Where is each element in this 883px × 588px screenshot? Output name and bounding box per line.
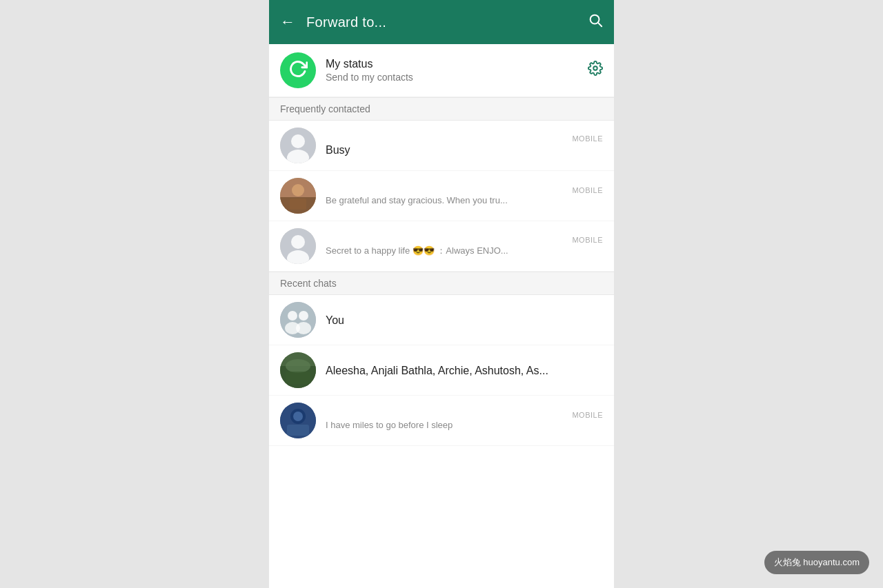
search-icon[interactable]	[588, 12, 603, 32]
svg-point-13	[280, 302, 316, 338]
frequently-contacted-header: Frequently contacted	[269, 97, 614, 121]
contact-info-3: MOBILE Secret to a happy life 😎😎 ：Always…	[326, 236, 603, 257]
contact-info-group: Aleesha, Anjali Bathla, Archie, Ashutosh…	[326, 363, 603, 377]
mobile-label: MOBILE	[572, 134, 603, 143]
svg-rect-21	[286, 372, 310, 384]
contact-name: Aleesha, Anjali Bathla, Archie, Ashutosh…	[326, 365, 603, 377]
contact-row[interactable]: You	[269, 295, 614, 345]
contact-info-miles: MOBILE I have miles to go before I sleep	[326, 411, 603, 430]
contact-avatar-busy	[280, 128, 316, 163]
contact-info-you: You	[326, 313, 603, 327]
my-status-text: My status Send to my contacts	[326, 58, 588, 83]
mobile-label: MOBILE	[572, 411, 603, 419]
contact-status: Secret to a happy life 😎😎 ：Always ENJO..…	[326, 245, 603, 257]
back-button[interactable]: ←	[280, 14, 295, 30]
contact-row[interactable]: MOBILE Busy	[269, 121, 614, 171]
contact-avatar-group	[280, 352, 316, 388]
contact-avatar-3	[280, 228, 316, 264]
contact-row[interactable]: MOBILE I have miles to go before I sleep	[269, 396, 614, 446]
refresh-icon	[288, 59, 308, 81]
contact-status: Be grateful and stay gracious. When you …	[326, 195, 603, 205]
contact-row[interactable]: MOBILE Be grateful and stay gracious. Wh…	[269, 171, 614, 221]
my-status-avatar	[280, 52, 316, 88]
svg-line-1	[598, 23, 602, 26]
my-status-subtitle: Send to my contacts	[326, 72, 588, 83]
recent-chats-header: Recent chats	[269, 272, 614, 295]
svg-point-2	[593, 66, 597, 70]
contact-avatar-2	[280, 178, 316, 214]
svg-point-14	[288, 311, 297, 321]
svg-point-4	[291, 134, 305, 148]
my-status-title: My status	[326, 58, 588, 70]
header: ← Forward to...	[269, 0, 614, 44]
mobile-label: MOBILE	[572, 186, 603, 194]
svg-rect-24	[287, 425, 309, 436]
my-status-row[interactable]: My status Send to my contacts	[269, 44, 614, 97]
svg-point-25	[293, 412, 303, 421]
contact-row[interactable]: Aleesha, Anjali Bathla, Archie, Ashutosh…	[269, 345, 614, 396]
watermark: 火焰兔 huoyantu.com	[764, 551, 869, 574]
svg-point-11	[291, 235, 305, 249]
contact-info-busy: MOBILE Busy	[326, 134, 603, 156]
svg-point-8	[292, 184, 304, 196]
contact-name: Busy	[326, 144, 603, 156]
header-title: Forward to...	[306, 14, 588, 30]
contact-info-2: MOBILE Be grateful and stay gracious. Wh…	[326, 186, 603, 205]
contact-status: I have miles to go before I sleep	[326, 420, 603, 430]
svg-point-17	[296, 322, 311, 334]
app-container: ← Forward to... My status Send to my con…	[269, 0, 614, 588]
svg-point-20	[286, 359, 310, 373]
svg-point-15	[299, 311, 308, 321]
contact-avatar-miles	[280, 403, 316, 438]
mobile-label: MOBILE	[572, 236, 603, 244]
settings-icon[interactable]	[588, 61, 603, 80]
contact-avatar-you	[280, 302, 316, 338]
contact-name: You	[326, 314, 603, 327]
contact-row[interactable]: MOBILE Secret to a happy life 😎😎 ：Always…	[269, 221, 614, 272]
svg-rect-9	[290, 199, 306, 210]
